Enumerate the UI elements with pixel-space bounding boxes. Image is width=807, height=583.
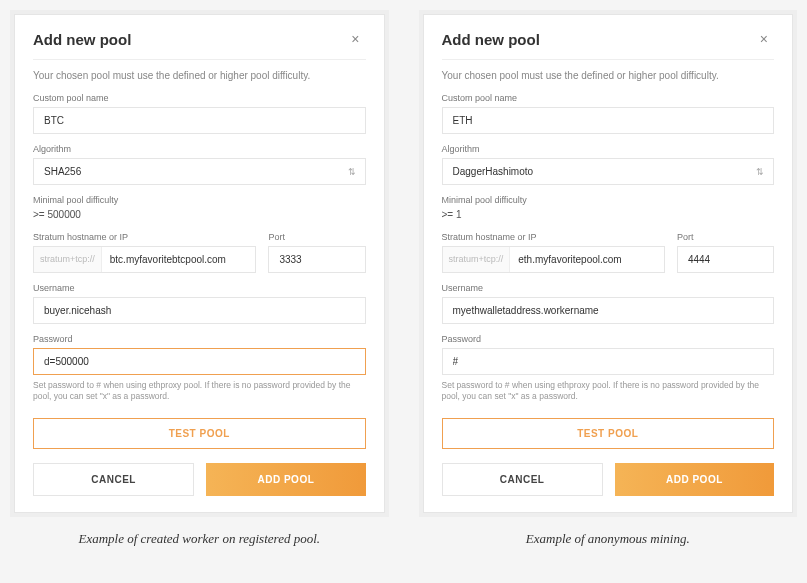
stratum-prefix: stratum+tcp:// [34, 247, 102, 272]
port-input[interactable] [268, 246, 365, 273]
algorithm-label: Algorithm [442, 144, 775, 154]
custom-pool-name-label: Custom pool name [33, 93, 366, 103]
min-difficulty-value: >= 1 [442, 209, 775, 220]
stratum-prefix: stratum+tcp:// [443, 247, 511, 272]
password-hint: Set password to # when using ethproxy po… [33, 380, 366, 402]
caption: Example of created worker on registered … [10, 531, 389, 547]
algorithm-select[interactable] [33, 158, 366, 185]
min-difficulty-label: Minimal pool difficulty [442, 195, 775, 205]
dialog-header: Add new pool × [442, 29, 775, 60]
password-label: Password [33, 334, 366, 344]
password-hint: Set password to # when using ethproxy po… [442, 380, 775, 402]
username-input[interactable] [33, 297, 366, 324]
stratum-host-label: Stratum hostname or IP [442, 232, 665, 242]
min-difficulty-label: Minimal pool difficulty [33, 195, 366, 205]
test-pool-button[interactable]: TEST POOL [442, 418, 775, 449]
port-label: Port [268, 232, 365, 242]
stratum-host-group: stratum+tcp:// [33, 246, 256, 273]
port-label: Port [677, 232, 774, 242]
difficulty-note: Your chosen pool must use the defined or… [33, 70, 366, 81]
cancel-button[interactable]: CANCEL [442, 463, 603, 496]
stratum-host-group: stratum+tcp:// [442, 246, 665, 273]
add-pool-dialog: Add new pool × Your chosen pool must use… [423, 14, 794, 513]
custom-pool-name-input[interactable] [442, 107, 775, 134]
username-label: Username [442, 283, 775, 293]
algorithm-select[interactable] [442, 158, 775, 185]
close-icon[interactable]: × [345, 29, 365, 49]
custom-pool-name-label: Custom pool name [442, 93, 775, 103]
add-pool-dialog: Add new pool × Your chosen pool must use… [14, 14, 385, 513]
add-pool-button[interactable]: ADD POOL [206, 463, 365, 496]
close-icon[interactable]: × [754, 29, 774, 49]
cancel-button[interactable]: CANCEL [33, 463, 194, 496]
add-pool-button[interactable]: ADD POOL [615, 463, 774, 496]
username-label: Username [33, 283, 366, 293]
stratum-host-input[interactable] [102, 247, 256, 272]
username-input[interactable] [442, 297, 775, 324]
caption: Example of anonymous mining. [419, 531, 798, 547]
test-pool-button[interactable]: TEST POOL [33, 418, 366, 449]
difficulty-note: Your chosen pool must use the defined or… [442, 70, 775, 81]
dialog-title: Add new pool [442, 31, 540, 48]
port-input[interactable] [677, 246, 774, 273]
min-difficulty-value: >= 500000 [33, 209, 366, 220]
password-input[interactable] [33, 348, 366, 375]
dialog-header: Add new pool × [33, 29, 366, 60]
password-label: Password [442, 334, 775, 344]
dialog-title: Add new pool [33, 31, 131, 48]
stratum-host-input[interactable] [510, 247, 664, 272]
algorithm-label: Algorithm [33, 144, 366, 154]
stratum-host-label: Stratum hostname or IP [33, 232, 256, 242]
password-input[interactable] [442, 348, 775, 375]
custom-pool-name-input[interactable] [33, 107, 366, 134]
